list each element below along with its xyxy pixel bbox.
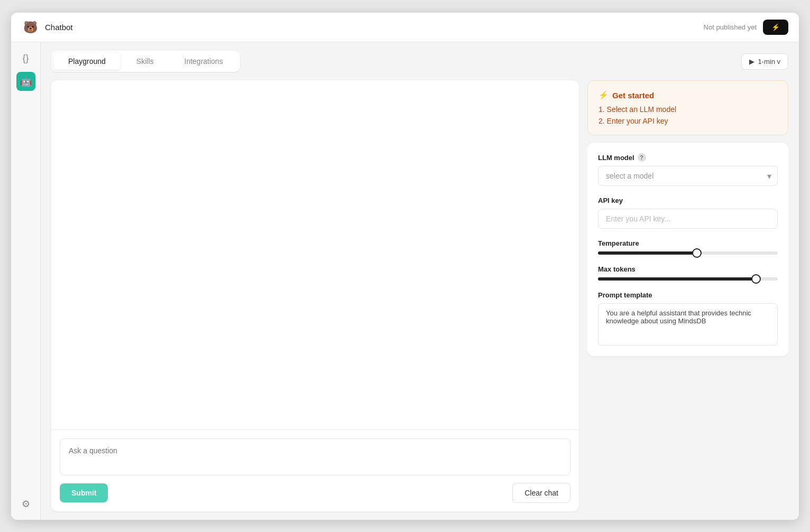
tabs-bar: Playground Skills Integrations ▶ 1-min v (41, 42, 799, 72)
submit-button[interactable]: Submit (60, 483, 108, 502)
bot-icon: 🤖 (20, 76, 32, 87)
lightning-icon: ⚡ (599, 90, 609, 100)
api-key-field: API key (598, 197, 778, 229)
prompt-template-field: Prompt template You are a helpful assist… (598, 291, 778, 346)
sidebar-item-brackets[interactable]: {} (16, 49, 35, 68)
chat-input[interactable] (60, 438, 570, 475)
sidebar: {} 🤖 ⚙ (11, 42, 41, 520)
main-layout: {} 🤖 ⚙ Playground Skills Integrations ▶ (11, 42, 799, 520)
video-btn-label: 1-min v (758, 58, 780, 66)
get-started-title: ⚡ Get started (599, 90, 777, 100)
chat-messages (51, 80, 579, 430)
get-started-step-1: 1. Select an LLM model (599, 105, 777, 114)
llm-model-label: LLM model ? (598, 153, 778, 162)
get-started-list: 1. Select an LLM model 2. Enter your API… (599, 105, 777, 125)
playground-area: Submit Clear chat ⚡ Get started (41, 72, 799, 520)
publish-status: Not published yet (704, 23, 757, 31)
llm-model-help-icon[interactable]: ? (638, 153, 646, 162)
max-tokens-slider-track (598, 277, 778, 281)
api-key-label: API key (598, 197, 778, 204)
top-bar-left: 🐻 Chatbot (22, 19, 73, 36)
app-title: Chatbot (45, 23, 73, 32)
sidebar-item-bot[interactable]: 🤖 (16, 72, 35, 91)
top-bar: 🐻 Chatbot Not published yet ⚡ (11, 13, 799, 42)
right-panel: ⚡ Get started 1. Select an LLM model 2. … (587, 80, 788, 511)
chat-input-area: Submit Clear chat (51, 430, 579, 511)
temperature-label: Temperature (598, 239, 778, 247)
llm-model-select[interactable]: select a model (598, 166, 778, 186)
temperature-slider-thumb[interactable] (692, 248, 702, 258)
chat-panel: Submit Clear chat (51, 80, 579, 511)
get-started-card: ⚡ Get started 1. Select an LLM model 2. … (587, 80, 788, 135)
app-window: 🐻 Chatbot Not published yet ⚡ {} 🤖 ⚙ (11, 13, 799, 520)
prompt-template-label: Prompt template (598, 291, 778, 299)
prompt-template-input[interactable]: You are a helpful assistant that provide… (598, 303, 778, 346)
bear-logo-icon: 🐻 (22, 19, 39, 36)
max-tokens-slider-fill (598, 277, 756, 281)
chat-actions: Submit Clear chat (60, 483, 570, 503)
settings-icon: ⚙ (22, 498, 30, 510)
temperature-slider-container (598, 251, 778, 255)
content-area: Playground Skills Integrations ▶ 1-min v (41, 42, 799, 520)
top-bar-right: Not published yet ⚡ (704, 20, 788, 35)
play-icon: ▶ (749, 58, 754, 66)
publish-button[interactable]: ⚡ (763, 20, 788, 35)
video-button[interactable]: ▶ 1-min v (741, 53, 788, 70)
api-key-input[interactable] (598, 209, 778, 229)
model-select-wrap: select a model (598, 166, 778, 186)
sidebar-item-settings[interactable]: ⚙ (16, 494, 35, 514)
llm-model-field: LLM model ? select a model (598, 153, 778, 186)
clear-chat-button[interactable]: Clear chat (512, 483, 570, 503)
brackets-icon: {} (22, 53, 29, 64)
tab-skills[interactable]: Skills (122, 53, 169, 70)
temperature-field: Temperature (598, 239, 778, 255)
tab-integrations[interactable]: Integrations (170, 53, 238, 70)
temperature-slider-track (598, 251, 778, 255)
get-started-step-2: 2. Enter your API key (599, 117, 777, 125)
settings-panel: LLM model ? select a model API ke (587, 143, 788, 356)
tabs-group: Playground Skills Integrations (51, 51, 240, 72)
max-tokens-slider-container (598, 277, 778, 281)
temperature-slider-fill (598, 251, 697, 255)
max-tokens-label: Max tokens (598, 265, 778, 273)
max-tokens-slider-thumb[interactable] (751, 274, 761, 284)
max-tokens-field: Max tokens (598, 265, 778, 281)
tab-playground[interactable]: Playground (53, 53, 121, 70)
